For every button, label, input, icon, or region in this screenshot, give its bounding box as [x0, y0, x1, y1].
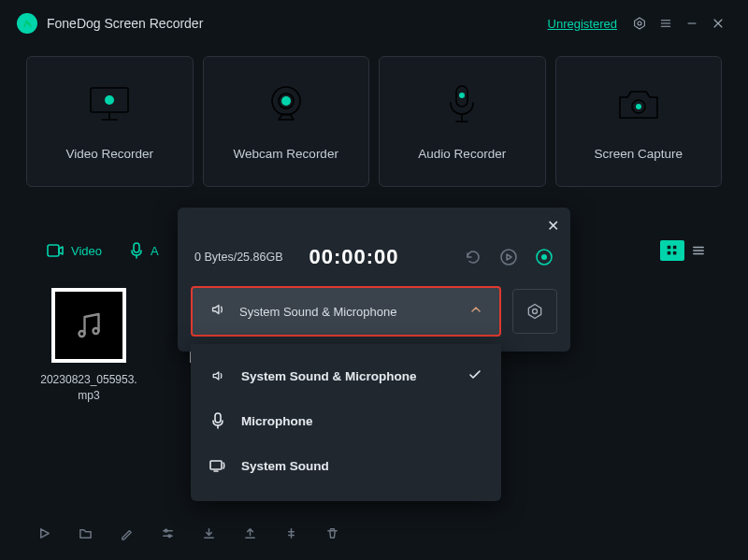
app-title: FoneDog Screen Recorder [47, 16, 548, 31]
source-settings-button[interactable] [512, 289, 557, 334]
audio-recorder-card[interactable]: Audio Recorder [379, 56, 546, 187]
svg-point-39 [501, 250, 516, 265]
mode-label: Webcam Recorder [234, 147, 338, 161]
tab-label: Video [71, 244, 102, 258]
audio-source-options: System Sound & Microphone Microphone Sys… [191, 344, 501, 501]
folder-icon[interactable] [75, 523, 95, 543]
option-system-sound[interactable]: System Sound [191, 443, 501, 488]
play-circle-icon[interactable] [499, 248, 518, 266]
music-file-icon [51, 288, 126, 363]
option-label: System Sound & Microphone [241, 369, 417, 383]
svg-rect-24 [668, 246, 671, 250]
filter-icon[interactable] [157, 523, 178, 543]
tab-video[interactable]: Video [37, 244, 111, 258]
option-system-sound-and-microphone[interactable]: System Sound & Microphone [191, 353, 501, 398]
convert-icon[interactable] [280, 523, 301, 543]
svg-point-31 [79, 331, 85, 337]
screen-capture-card[interactable]: Screen Capture [555, 56, 723, 187]
minimize-icon[interactable] [679, 10, 705, 36]
speaker-icon [209, 368, 226, 383]
source-row: System Sound & Microphone [178, 286, 570, 352]
check-icon [468, 367, 482, 385]
svg-point-13 [281, 96, 291, 106]
audio-record-popup: ✕ 0 Bytes/25.86GB 00:00:00 System Sound … [178, 208, 570, 352]
system-sound-icon [209, 459, 226, 472]
option-label: Microphone [241, 414, 313, 428]
camera-icon [614, 83, 663, 126]
webcam-recorder-card[interactable]: Webcam Recorder [203, 56, 370, 187]
close-popup-button[interactable]: ✕ [547, 217, 559, 235]
play-icon[interactable] [34, 523, 54, 543]
svg-point-32 [94, 328, 99, 334]
svg-rect-22 [134, 243, 139, 252]
svg-point-20 [636, 104, 641, 109]
close-icon[interactable] [705, 10, 731, 36]
svg-point-41 [541, 254, 547, 260]
file-name: 20230823_055953.mp3 [37, 372, 140, 404]
grid-view-button[interactable] [660, 240, 684, 261]
record-icon[interactable] [535, 248, 554, 266]
microphone-icon [209, 412, 226, 429]
trash-icon[interactable] [322, 523, 342, 543]
svg-point-1 [638, 22, 641, 25]
edit-icon[interactable] [116, 523, 137, 543]
gallery-item[interactable]: 20230823_055953.mp3 [37, 288, 140, 404]
monitor-icon [85, 83, 134, 126]
svg-rect-27 [673, 251, 677, 255]
svg-rect-46 [210, 461, 222, 469]
list-view-button[interactable] [686, 240, 711, 261]
storage-text: 0 Bytes/25.86GB [194, 251, 283, 264]
microphone-icon [443, 83, 481, 126]
undo-icon[interactable] [464, 248, 482, 266]
panel-status-row: 0 Bytes/25.86GB 00:00:00 [178, 224, 570, 286]
title-bar: FoneDog Screen Recorder Unregistered [0, 0, 748, 47]
unregistered-link[interactable]: Unregistered [548, 17, 617, 31]
option-microphone[interactable]: Microphone [191, 398, 501, 443]
svg-point-43 [533, 309, 538, 314]
video-recorder-card[interactable]: Video Recorder [26, 56, 194, 187]
webcam-icon [264, 83, 309, 126]
mode-cards: Video Recorder Webcam Recorder Audio Rec… [0, 47, 748, 187]
svg-marker-42 [528, 305, 540, 319]
audio-source-dropdown[interactable]: System Sound & Microphone [191, 286, 501, 337]
menu-icon[interactable] [653, 10, 679, 36]
speaker-icon [209, 301, 226, 322]
mode-label: Video Recorder [65, 147, 153, 161]
bottom-toolbar [34, 523, 342, 543]
app-logo [17, 13, 37, 34]
mode-label: Audio Recorder [418, 147, 506, 161]
timer: 00:00:00 [309, 245, 399, 269]
svg-rect-25 [673, 246, 677, 250]
settings-icon[interactable] [626, 10, 653, 36]
svg-rect-21 [48, 245, 59, 256]
export-icon[interactable] [239, 523, 260, 543]
chevron-up-icon [469, 303, 482, 320]
svg-rect-26 [668, 251, 671, 255]
tab-audio[interactable]: A [121, 242, 168, 259]
view-toggle [660, 240, 711, 261]
svg-rect-44 [215, 413, 221, 423]
svg-point-16 [459, 93, 465, 98]
mode-label: Screen Capture [594, 147, 683, 161]
source-selected-label: System Sound & Microphone [239, 305, 456, 319]
import-icon[interactable] [198, 523, 219, 543]
svg-point-9 [105, 95, 114, 105]
tab-label: A [151, 244, 159, 258]
svg-marker-0 [635, 18, 645, 29]
option-label: System Sound [241, 459, 329, 473]
